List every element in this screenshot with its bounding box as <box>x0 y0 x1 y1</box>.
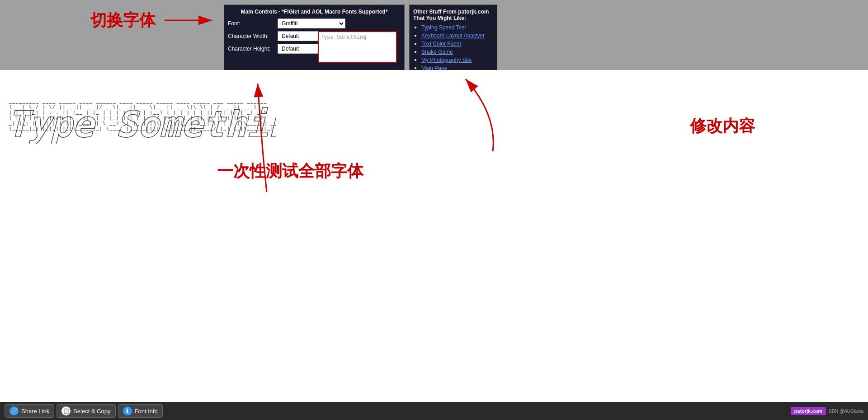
font-select[interactable]: Graffiti Banner Big Block Doom Gothic St… <box>278 19 345 28</box>
svg-text:Type Something: Type Something <box>7 103 276 144</box>
patorjk-sub: SDN @AUGkaka <box>829 409 863 414</box>
link-keyboard-layout[interactable]: Keyboard Layout Analzyer <box>421 33 485 39</box>
list-item: Keyboard Layout Analzyer <box>421 32 493 39</box>
text-input[interactable]: Type Something <box>318 31 397 63</box>
share-icon: 🔗 <box>9 406 19 415</box>
annotation-modify-content: 修改内容 <box>690 115 755 137</box>
ascii-art-svg: _________ ____ _____ ____ ______ ____ __… <box>5 85 276 144</box>
copy-icon: 📋 <box>61 406 71 415</box>
annotation-test-all: 一次性测试全部字体 <box>217 160 363 182</box>
arrow-to-input <box>384 70 520 169</box>
link-text-color-fader[interactable]: Text Color Fader <box>421 41 462 47</box>
link-photography[interactable]: My Photography Site <box>421 57 472 63</box>
annotation-switch-font: 切换字体 <box>90 9 219 32</box>
font-info-button[interactable]: ℹ Font Info <box>118 404 163 418</box>
share-link-label: Share Link <box>21 408 49 415</box>
link-snake-game[interactable]: Snake Game <box>421 49 453 55</box>
select-copy-button[interactable]: 📋 Select & Copy <box>57 404 115 418</box>
list-item: Typing Speed Test <box>421 24 493 31</box>
font-label: Font: <box>228 20 278 27</box>
bottom-bar: 🔗 Share Link 📋 Select & Copy ℹ Font Info… <box>0 402 868 420</box>
top-bar: 切换字体 Main Controls - *FIGlet and AOL Mac… <box>0 0 868 70</box>
other-stuff-title: Other Stuff From patorjk.com That You Mi… <box>413 9 493 21</box>
other-stuff-links: Typing Speed Test Keyboard Layout Analzy… <box>413 24 493 71</box>
patorjk-logo: patorjk.com <box>791 407 826 415</box>
annotation-switch-font-text: 切换字体 <box>90 9 156 32</box>
control-panel-title: Main Controls - *FIGlet and AOL Macro Fo… <box>228 9 401 15</box>
select-copy-label: Select & Copy <box>73 408 110 415</box>
share-link-button[interactable]: 🔗 Share Link <box>5 404 54 418</box>
main-content: _________ ____ _____ ____ ______ ____ __… <box>0 70 868 402</box>
char-width-label: Character Width: <box>228 33 278 39</box>
char-height-label: Character Height: <box>228 46 278 52</box>
list-item: My Photography Site <box>421 56 493 63</box>
list-item: Snake Game <box>421 48 493 55</box>
ascii-art-display: _________ ____ _____ ____ ______ ____ __… <box>5 79 276 151</box>
list-item: Text Color Fader <box>421 40 493 47</box>
other-stuff-panel: Other Stuff From patorjk.com That You Mi… <box>409 5 497 77</box>
arrow-to-font <box>165 9 219 32</box>
info-icon: ℹ <box>123 406 132 415</box>
font-row: Font: Graffiti Banner Big Block Doom Got… <box>228 19 401 28</box>
link-typing-speed[interactable]: Typing Speed Test <box>421 24 466 31</box>
font-info-label: Font Info <box>135 408 158 415</box>
bottom-right: patorjk.com SDN @AUGkaka <box>791 407 863 415</box>
